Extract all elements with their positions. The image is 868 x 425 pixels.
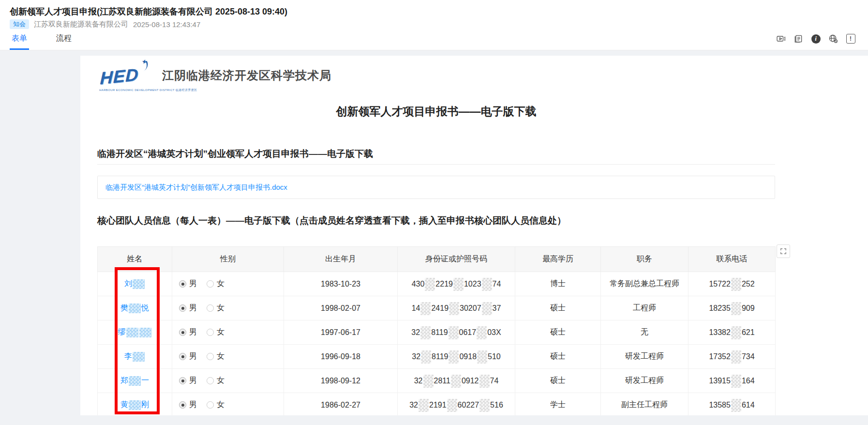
document-title: 创新领军人才项目申报书——电子版下载	[97, 104, 775, 119]
id-cell: 32219160227516	[398, 393, 515, 416]
section2-title: 核心团队人员信息（每人一表）——电子版下载（点击成员姓名穿透查看下载，插入至申报…	[97, 214, 775, 227]
tab-form[interactable]: 表单	[10, 33, 29, 50]
gender-cell: 男女	[172, 320, 284, 345]
gender-cell: 男女	[172, 345, 284, 369]
phone-cell: 13382621	[688, 320, 776, 345]
id-cell: 328119061703X	[398, 320, 515, 345]
col-birth: 出生年月	[284, 247, 398, 272]
member-name-link[interactable]: 郑一	[98, 369, 172, 393]
radio-female[interactable]	[207, 329, 214, 336]
table-row: 李 男女 1996-09-18 3281190918510 硕士 研发工程师 1…	[98, 345, 776, 369]
degree-cell: 硕士	[515, 320, 601, 345]
phone-cell: 15722252	[688, 272, 776, 296]
degree-cell: 学士	[515, 393, 601, 416]
notes-icon[interactable]	[793, 34, 803, 44]
job-cell: 常务副总兼总工程师	[601, 272, 688, 296]
tab-bar: 表单 流程	[10, 33, 74, 50]
radio-male[interactable]	[179, 280, 186, 288]
degree-cell: 硕士	[515, 369, 601, 393]
birth-cell: 1986-02-27	[284, 393, 398, 416]
member-name-link[interactable]: 樊悦	[98, 296, 172, 320]
id-cell: 3281190918510	[398, 345, 515, 369]
table-header-row: 姓名 性别 出生年月 身份证或护照号码 最高学历 职务 联系电话	[98, 247, 776, 272]
team-table: 姓名 性别 出生年月 身份证或护照号码 最高学历 职务 联系电话 刘 男女 19…	[97, 246, 775, 415]
gender-cell: 男女	[172, 369, 284, 393]
logo-text: HED	[100, 64, 139, 89]
radio-female[interactable]	[207, 377, 214, 384]
gender-cell: 男女	[172, 393, 284, 416]
agency-name: 江阴临港经济开发区科学技术局	[162, 68, 331, 83]
job-cell: 工程师	[601, 296, 688, 320]
feedback-icon[interactable]: !	[846, 34, 855, 44]
page-title: 创新领军人才项目申报(江苏双良新能源装备有限公司 2025-08-13 09:4…	[10, 6, 287, 17]
degree-cell: 博士	[515, 272, 601, 296]
radio-male[interactable]	[179, 304, 186, 312]
job-cell: 研发工程师	[601, 369, 688, 393]
globe-icon[interactable]	[828, 34, 838, 44]
table-row: 樊悦 男女 1998-02-07 1424193020737 硕士 工程师 18…	[98, 296, 776, 320]
job-cell: 副主任工程师	[601, 393, 688, 416]
org-logo: ✦ HED HARBOUR ECONOMIC DEVELOPMENT DISTR…	[97, 60, 156, 91]
radio-male[interactable]	[179, 401, 186, 409]
section-divider	[97, 164, 775, 165]
phone-cell: 13585614	[688, 393, 776, 416]
header-icons: i !	[776, 34, 855, 44]
gender-cell: 男女	[172, 272, 284, 296]
gender-cell: 男女	[172, 296, 284, 320]
table-row: 郑一 男女 1998-09-12 322811091274 硕士 研发工程师 1…	[98, 369, 776, 393]
table-row: 缪 男女 1997-06-17 328119061703X 硕士 无 13382…	[98, 320, 776, 345]
status-badge: 知会	[10, 19, 29, 29]
attachment-link[interactable]: 临港开发区“港城英才计划”创新领军人才项目申报书.docx	[105, 183, 287, 192]
header-subline: 知会 江苏双良新能源装备有限公司 2025-08-13 12:43:47	[10, 19, 200, 29]
table-row: 刘 男女 1983-10-23 4302219102374 博士 常务副总兼总工…	[98, 272, 776, 296]
info-icon[interactable]: i	[811, 34, 821, 44]
tab-process[interactable]: 流程	[54, 33, 74, 50]
birth-cell: 1997-06-17	[284, 320, 398, 345]
col-id: 身份证或护照号码	[398, 247, 515, 272]
section1-title: 临港开发区“港城英才计划”创业领军人才项目申报书——电子版下载	[97, 148, 775, 160]
agency-header: ✦ HED HARBOUR ECONOMIC DEVELOPMENT DISTR…	[97, 59, 331, 92]
table-fullscreen-button[interactable]	[777, 244, 790, 258]
id-cell: 4302219102374	[398, 272, 515, 296]
job-cell: 无	[601, 320, 688, 345]
job-cell: 研发工程师	[601, 345, 688, 369]
radio-female[interactable]	[207, 401, 214, 409]
video-icon[interactable]	[776, 34, 786, 44]
id-cell: 322811091274	[398, 369, 515, 393]
member-name-link[interactable]: 黄刚	[98, 393, 172, 416]
birth-cell: 1983-10-23	[284, 272, 398, 296]
col-job: 职务	[601, 247, 688, 272]
radio-male[interactable]	[179, 329, 186, 336]
radio-male[interactable]	[179, 353, 186, 360]
degree-cell: 硕士	[515, 296, 601, 320]
submit-timestamp: 2025-08-13 12:43:47	[133, 20, 200, 29]
logo-caption: HARBOUR ECONOMIC DEVELOPMENT DISTRICT 临港…	[99, 88, 197, 92]
member-name-link[interactable]: 李	[98, 345, 172, 369]
radio-female[interactable]	[207, 353, 214, 360]
birth-cell: 1998-02-07	[284, 296, 398, 320]
birth-cell: 1996-09-18	[284, 345, 398, 369]
col-phone: 联系电话	[688, 247, 776, 272]
member-name-link[interactable]: 缪	[98, 320, 172, 345]
table-row: 黄刚 男女 1986-02-27 32219160227516 学士 副主任工程…	[98, 393, 776, 416]
radio-male[interactable]	[179, 377, 186, 384]
col-gender: 性别	[172, 247, 284, 272]
radio-female[interactable]	[207, 280, 214, 288]
header: 创新领军人才项目申报(江苏双良新能源装备有限公司 2025-08-13 09:4…	[0, 0, 868, 50]
degree-cell: 硕士	[515, 345, 601, 369]
member-name-link[interactable]: 刘	[98, 272, 172, 296]
company-name: 江苏双良新能源装备有限公司	[34, 20, 128, 29]
radio-female[interactable]	[207, 304, 214, 312]
birth-cell: 1998-09-12	[284, 369, 398, 393]
phone-cell: 13915164	[688, 369, 776, 393]
id-cell: 1424193020737	[398, 296, 515, 320]
phone-cell: 17352734	[688, 345, 776, 369]
col-degree: 最高学历	[515, 247, 601, 272]
col-name: 姓名	[98, 247, 172, 272]
attachment-box: 临港开发区“港城英才计划”创新领军人才项目申报书.docx	[97, 176, 775, 199]
phone-cell: 18235909	[688, 296, 776, 320]
form-document: ✦ HED HARBOUR ECONOMIC DEVELOPMENT DISTR…	[80, 56, 868, 415]
